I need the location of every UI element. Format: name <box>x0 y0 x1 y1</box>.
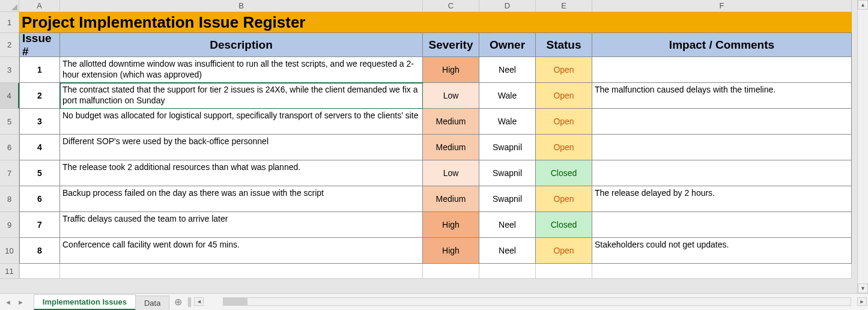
cell-issue[interactable]: 1 <box>19 57 60 83</box>
cell-issue[interactable]: 5 <box>19 160 60 186</box>
tab-prev-icon[interactable]: ◄ <box>5 299 11 306</box>
cell-impact[interactable] <box>592 135 852 160</box>
cell-description[interactable]: The release took 2 additional resources … <box>60 160 423 186</box>
cell-issue[interactable]: 7 <box>19 212 60 238</box>
table-header-owner[interactable]: Owner <box>479 33 536 57</box>
tab-nav-buttons[interactable]: ◄ ► <box>0 294 29 310</box>
column-header-D[interactable]: D <box>479 0 536 12</box>
cell-owner[interactable]: Wale <box>479 83 536 109</box>
cell-issue[interactable]: 2 <box>19 83 60 109</box>
column-header-A[interactable]: A <box>19 0 60 12</box>
cell-description[interactable]: Traffic delays caused the team to arrive… <box>60 212 423 238</box>
cell-description[interactable]: Different SOP's were used by the back-of… <box>60 135 423 160</box>
cell-status[interactable]: Open <box>536 238 592 264</box>
cell-owner[interactable]: Neel <box>479 57 536 83</box>
cell-description[interactable]: Backup process failed on the day as ther… <box>60 186 423 212</box>
row-header-6[interactable]: 6 <box>0 135 19 160</box>
empty-cell[interactable] <box>592 264 852 279</box>
vertical-scrollbar[interactable]: ▲ ▼ <box>857 0 868 293</box>
sheet-tab[interactable]: Implementation Issues <box>34 294 136 310</box>
cell-impact[interactable] <box>592 212 852 238</box>
cell-impact[interactable] <box>592 57 852 83</box>
cell-impact[interactable] <box>592 160 852 186</box>
column-header-F[interactable]: F <box>592 0 852 12</box>
column-header-C[interactable]: C <box>423 0 479 12</box>
empty-cell[interactable] <box>19 264 60 279</box>
empty-cell[interactable] <box>423 264 479 279</box>
plus-icon: ⊕ <box>174 296 182 308</box>
scroll-up-arrow-icon[interactable]: ▲ <box>858 0 868 10</box>
cell-status[interactable]: Open <box>536 83 592 109</box>
cell-status[interactable]: Closed <box>536 212 592 238</box>
row-header-4[interactable]: 4 <box>0 83 19 109</box>
table-header-description[interactable]: Description <box>60 33 423 57</box>
row-header-8[interactable]: 8 <box>0 186 19 212</box>
tab-split-handle[interactable] <box>188 297 192 307</box>
column-header-B[interactable]: B <box>60 0 423 12</box>
cell-status[interactable]: Open <box>536 109 592 135</box>
cell-severity[interactable]: Medium <box>423 109 479 135</box>
scroll-down-arrow-icon[interactable]: ▼ <box>858 284 868 293</box>
select-all-corner[interactable] <box>0 0 19 12</box>
vscroll-track[interactable] <box>858 10 868 284</box>
row-header-9[interactable]: 9 <box>0 212 19 238</box>
cell-severity[interactable]: Medium <box>423 186 479 212</box>
cell-severity[interactable]: Medium <box>423 135 479 160</box>
row-header-3[interactable]: 3 <box>0 57 19 83</box>
row-header-7[interactable]: 7 <box>0 160 19 186</box>
tab-next-icon[interactable]: ► <box>17 299 24 306</box>
cell-impact[interactable]: Stakeholders could not get updates. <box>592 238 852 264</box>
row-header-10[interactable]: 10 <box>0 238 19 264</box>
cell-description[interactable]: Confercence call facility went down for … <box>60 238 423 264</box>
cell-severity[interactable]: High <box>423 57 479 83</box>
cell-status[interactable]: Open <box>536 57 592 83</box>
cell-severity[interactable]: Low <box>423 83 479 109</box>
cell-owner[interactable]: Neel <box>479 238 536 264</box>
table-header-status[interactable]: Status <box>536 33 592 57</box>
cell-impact[interactable]: The malfunction caused delays with the t… <box>592 83 852 109</box>
cell-severity[interactable]: High <box>423 238 479 264</box>
cell-impact[interactable] <box>592 109 852 135</box>
cell-issue[interactable]: 3 <box>19 109 60 135</box>
cell-issue[interactable]: 8 <box>19 238 60 264</box>
table-header-severity[interactable]: Severity <box>423 33 479 57</box>
horizontal-scrollbar[interactable] <box>223 297 851 306</box>
cell-description[interactable]: No budget was allocated for logistical s… <box>60 109 423 135</box>
row-header-11[interactable]: 11 <box>0 264 19 279</box>
page-title[interactable]: Project Implementation Issue Register <box>19 12 852 33</box>
cell-status[interactable]: Open <box>536 186 592 212</box>
table-header-issue[interactable]: Issue # <box>19 33 60 57</box>
add-sheet-button[interactable]: ⊕ <box>169 294 187 310</box>
table-row: 2The contract stated that the support fo… <box>19 83 852 109</box>
cell-owner[interactable]: Swapnil <box>479 160 536 186</box>
cell-description[interactable]: The contract stated that the support for… <box>60 83 423 109</box>
table-header-impact[interactable]: Impact / Comments <box>592 33 852 57</box>
cell-issue[interactable]: 6 <box>19 186 60 212</box>
cell-description[interactable]: The allotted downtime window was insuffi… <box>60 57 423 83</box>
cell-status[interactable]: Open <box>536 135 592 160</box>
row-header-2[interactable]: 2 <box>0 33 19 57</box>
cell-severity[interactable]: Low <box>423 160 479 186</box>
table-row: 8Confercence call facility went down for… <box>19 238 852 264</box>
cell-severity[interactable]: High <box>423 212 479 238</box>
scroll-right-arrow-icon[interactable]: ► <box>857 297 867 306</box>
empty-cell[interactable] <box>60 264 423 279</box>
cell-owner[interactable]: Neel <box>479 212 536 238</box>
table-row: 6Backup process failed on the day as the… <box>19 186 852 212</box>
column-header-E[interactable]: E <box>536 0 592 12</box>
cell-owner[interactable]: Swapnil <box>479 135 536 160</box>
cell-status[interactable]: Closed <box>536 160 592 186</box>
cell-issue[interactable]: 4 <box>19 135 60 160</box>
empty-cell[interactable] <box>536 264 592 279</box>
sheet-tab[interactable]: Data <box>135 296 169 310</box>
sheet-tab-bar: ◄ ► Implementation IssuesData ⊕ ◄ ► <box>0 293 868 310</box>
empty-cell[interactable] <box>479 264 536 279</box>
hscroll-thumb[interactable] <box>223 298 247 305</box>
cell-owner[interactable]: Swapnil <box>479 186 536 212</box>
scroll-left-arrow-icon[interactable]: ◄ <box>194 297 204 306</box>
row-header-5[interactable]: 5 <box>0 109 19 135</box>
table-row: 1The allotted downtime window was insuff… <box>19 57 852 83</box>
cell-owner[interactable]: Wale <box>479 109 536 135</box>
cell-impact[interactable]: The release delayed by 2 hours. <box>592 186 852 212</box>
row-header-1[interactable]: 1 <box>0 12 19 33</box>
